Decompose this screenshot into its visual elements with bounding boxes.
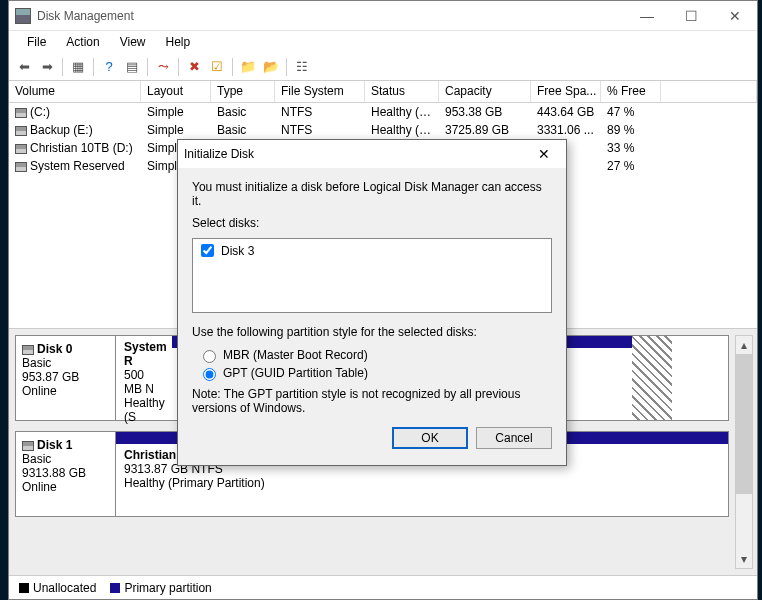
maximize-button[interactable]: ☐: [669, 2, 713, 30]
properties-icon[interactable]: ▤: [121, 56, 143, 78]
app-icon: [15, 8, 31, 24]
col-extra[interactable]: [661, 81, 757, 102]
dialog-close-button[interactable]: ✕: [528, 142, 560, 166]
grid-header: Volume Layout Type File System Status Ca…: [9, 81, 757, 103]
col-free[interactable]: Free Spa...: [531, 81, 601, 102]
titlebar: Disk Management — ☐ ✕: [9, 1, 757, 31]
select-disks-label: Select disks:: [192, 216, 552, 230]
folder-up-icon[interactable]: 📁: [237, 56, 259, 78]
col-filesystem[interactable]: File System: [275, 81, 365, 102]
legend: Unallocated Primary partition: [9, 575, 757, 599]
disk-checkbox[interactable]: [201, 244, 214, 257]
check-icon[interactable]: ☑: [206, 56, 228, 78]
menu-view[interactable]: View: [110, 33, 156, 51]
dialog-message: You must initialize a disk before Logica…: [192, 180, 552, 208]
scroll-up-icon[interactable]: ▴: [736, 336, 752, 354]
dialog-title: Initialize Disk: [184, 147, 528, 161]
disk-option[interactable]: Disk 3: [197, 241, 547, 260]
disk-select-list[interactable]: Disk 3: [192, 238, 552, 313]
partition-style-label: Use the following partition style for th…: [192, 325, 552, 339]
table-row[interactable]: (C:)SimpleBasicNTFSHealthy (B...953.38 G…: [9, 103, 757, 121]
window-title: Disk Management: [37, 9, 625, 23]
gpt-note: Note: The GPT partition style is not rec…: [192, 387, 552, 415]
minimize-button[interactable]: —: [625, 2, 669, 30]
menu-file[interactable]: File: [17, 33, 56, 51]
forward-icon[interactable]: ➡: [36, 56, 58, 78]
scroll-down-icon[interactable]: ▾: [736, 550, 752, 568]
menu-action[interactable]: Action: [56, 33, 109, 51]
delete-icon[interactable]: ✖: [183, 56, 205, 78]
col-volume[interactable]: Volume: [9, 81, 141, 102]
ok-button[interactable]: OK: [392, 427, 468, 449]
col-capacity[interactable]: Capacity: [439, 81, 531, 102]
show-grid-icon[interactable]: ▦: [67, 56, 89, 78]
legend-primary: Primary partition: [110, 581, 211, 595]
gpt-radio[interactable]: [203, 368, 216, 381]
menu-help[interactable]: Help: [156, 33, 201, 51]
col-pct[interactable]: % Free: [601, 81, 661, 102]
options-icon[interactable]: ☷: [291, 56, 313, 78]
menubar: File Action View Help: [9, 31, 757, 53]
refresh-icon[interactable]: ⤳: [152, 56, 174, 78]
legend-unallocated: Unallocated: [19, 581, 96, 595]
col-type[interactable]: Type: [211, 81, 275, 102]
help-icon[interactable]: ?: [98, 56, 120, 78]
mbr-radio[interactable]: [203, 350, 216, 363]
col-status[interactable]: Status: [365, 81, 439, 102]
dialog-titlebar: Initialize Disk ✕: [178, 140, 566, 168]
back-icon[interactable]: ⬅: [13, 56, 35, 78]
close-button[interactable]: ✕: [713, 2, 757, 30]
cancel-button[interactable]: Cancel: [476, 427, 552, 449]
folder-icon[interactable]: 📂: [260, 56, 282, 78]
initialize-disk-dialog: Initialize Disk ✕ You must initialize a …: [177, 139, 567, 466]
gpt-option[interactable]: GPT (GUID Partition Table): [198, 365, 552, 381]
table-row[interactable]: Backup (E:)SimpleBasicNTFSHealthy (P...3…: [9, 121, 757, 139]
col-layout[interactable]: Layout: [141, 81, 211, 102]
mbr-option[interactable]: MBR (Master Boot Record): [198, 347, 552, 363]
toolbar: ⬅ ➡ ▦ ? ▤ ⤳ ✖ ☑ 📁 📂 ☷: [9, 53, 757, 81]
scroll-thumb[interactable]: [736, 354, 752, 494]
scrollbar[interactable]: ▴ ▾: [735, 335, 753, 569]
